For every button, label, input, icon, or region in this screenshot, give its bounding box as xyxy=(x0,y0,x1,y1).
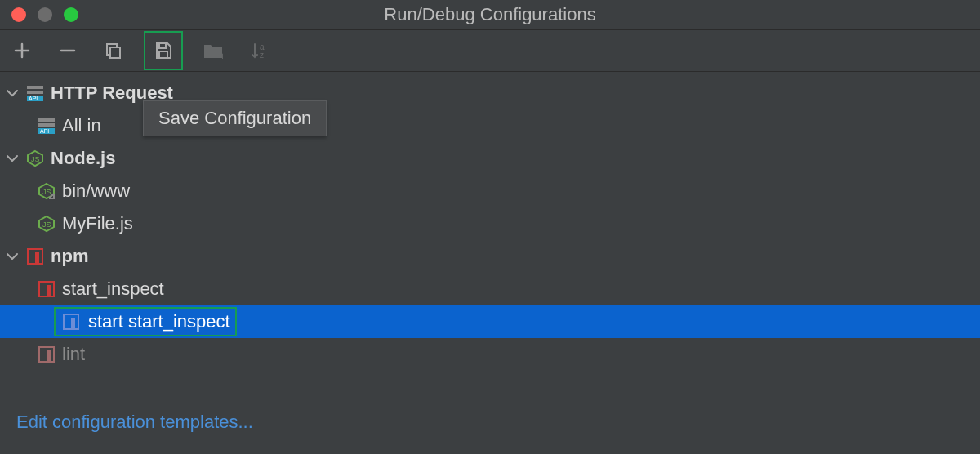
tree-item-myfile-js[interactable]: JS MyFile.js xyxy=(0,207,980,240)
tree-item-label: start start_inspect xyxy=(88,311,230,332)
tooltip-text: Save Configuration xyxy=(158,108,311,128)
svg-text:+: + xyxy=(220,51,224,60)
api-icon: API xyxy=(36,117,57,135)
svg-text:JS: JS xyxy=(31,155,40,163)
copy-configuration-button[interactable] xyxy=(101,38,126,63)
edit-templates-link[interactable]: Edit configuration templates... xyxy=(16,412,253,433)
svg-text:API: API xyxy=(29,96,38,101)
svg-text:JS: JS xyxy=(42,220,51,229)
chevron-down-icon xyxy=(0,152,24,165)
nodejs-icon: JS xyxy=(36,215,57,233)
svg-rect-26 xyxy=(71,318,75,329)
save-configuration-button[interactable] xyxy=(147,34,180,67)
npm-icon xyxy=(36,281,57,297)
save-icon xyxy=(154,41,173,60)
folder-icon: + xyxy=(203,42,224,60)
copy-icon xyxy=(105,42,122,60)
tree-item-label: bin/www xyxy=(62,180,130,202)
svg-text:JS: JS xyxy=(42,188,51,196)
svg-rect-22 xyxy=(35,252,39,264)
svg-text:z: z xyxy=(260,51,264,60)
npm-icon xyxy=(24,248,46,265)
svg-rect-3 xyxy=(159,51,167,58)
tree-item-label: MyFile.js xyxy=(62,213,133,234)
sort-configurations-button[interactable]: a z xyxy=(247,38,271,63)
svg-rect-11 xyxy=(38,118,55,122)
chevron-down-icon xyxy=(0,250,24,263)
tree-item-label: lint xyxy=(62,344,85,365)
window-title: Run/Debug Configurations xyxy=(0,4,980,25)
svg-rect-2 xyxy=(159,43,166,48)
tree-group-label: npm xyxy=(51,246,88,267)
tree-item-bin-www[interactable]: JS bin/www xyxy=(0,175,980,207)
tree-group-npm[interactable]: npm xyxy=(0,240,980,273)
tree-item-label: All in xyxy=(62,115,101,136)
svg-rect-24 xyxy=(47,285,51,296)
tree-item-lint[interactable]: lint xyxy=(0,338,980,371)
minus-icon xyxy=(59,42,77,60)
npm-temp-icon xyxy=(60,314,82,330)
add-configuration-button[interactable] xyxy=(10,38,34,63)
plus-icon xyxy=(13,42,31,60)
svg-rect-28 xyxy=(47,350,51,362)
tree-item-label: start_inspect xyxy=(62,278,164,300)
save-configuration-tooltip: Save Configuration xyxy=(143,100,327,136)
tree-item-start-start-inspect[interactable]: start start_inspect xyxy=(0,305,980,338)
close-window-button[interactable] xyxy=(11,7,26,22)
remove-configuration-button[interactable] xyxy=(56,38,80,63)
nodejs-share-icon: JS xyxy=(36,182,57,200)
nodejs-icon: JS xyxy=(24,149,46,167)
titlebar: Run/Debug Configurations xyxy=(0,0,980,30)
window-controls xyxy=(0,7,78,22)
chevron-down-icon xyxy=(0,87,24,100)
svg-rect-1 xyxy=(110,47,120,58)
move-to-folder-button[interactable]: + xyxy=(201,38,225,63)
svg-rect-7 xyxy=(27,86,43,89)
sort-az-icon: a z xyxy=(250,42,268,60)
tree-item-start-inspect[interactable]: start_inspect xyxy=(0,273,980,305)
minimize-window-button[interactable] xyxy=(38,7,52,22)
svg-rect-8 xyxy=(27,91,43,94)
tree-group-label: Node.js xyxy=(51,148,115,169)
highlight-box: start start_inspect xyxy=(54,307,237,336)
svg-rect-12 xyxy=(38,123,55,127)
svg-text:API: API xyxy=(40,128,49,134)
toolbar: + a z xyxy=(0,30,980,72)
npm-temp-icon xyxy=(36,346,57,363)
tree-group-nodejs[interactable]: JS Node.js xyxy=(0,142,980,175)
zoom-window-button[interactable] xyxy=(64,7,78,22)
api-icon: API xyxy=(24,84,46,102)
